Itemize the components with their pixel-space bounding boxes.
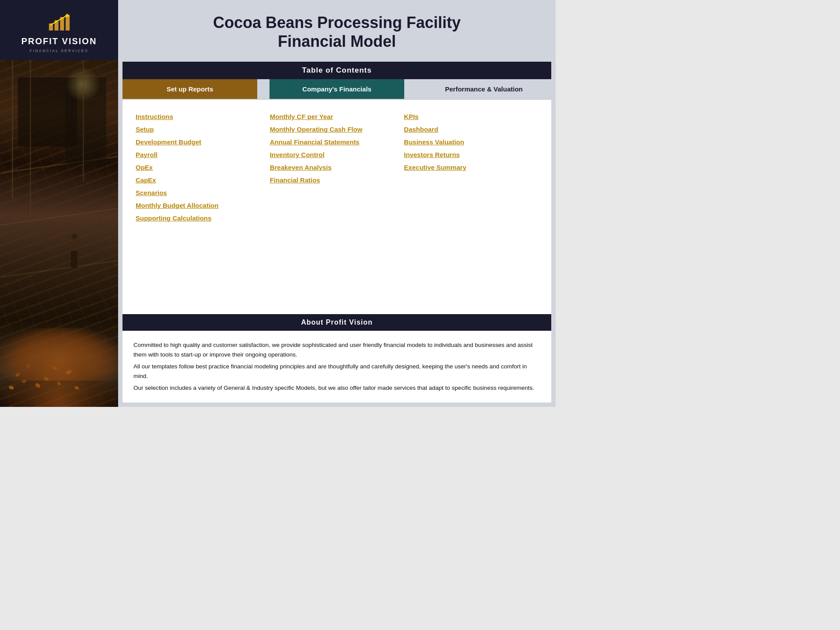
svg-rect-3 bbox=[66, 14, 70, 30]
toc-links: Instructions Setup Development Budget Pa… bbox=[122, 100, 551, 314]
tab-spacer-2 bbox=[404, 79, 416, 99]
link-business-val[interactable]: Business Valuation bbox=[404, 138, 538, 146]
header-section: Cocoa Beans Processing Facility Financia… bbox=[118, 0, 556, 62]
link-financial-ratios[interactable]: Financial Ratios bbox=[270, 176, 404, 184]
about-header: About Profit Vision bbox=[122, 314, 551, 331]
about-p3: Our selection includes a variety of Gene… bbox=[133, 383, 540, 393]
about-p2: All our templates follow best practice f… bbox=[133, 362, 540, 381]
link-scenarios[interactable]: Scenarios bbox=[136, 189, 270, 196]
tab-performance[interactable]: Performance & Valuation bbox=[416, 79, 551, 99]
about-p1: Committed to high quality and customer s… bbox=[133, 340, 540, 359]
brand-name: PROFIT VISION bbox=[21, 36, 97, 46]
link-exec-summary[interactable]: Executive Summary bbox=[404, 164, 538, 171]
logo-icon bbox=[47, 12, 71, 34]
link-inventory[interactable]: Inventory Control bbox=[270, 151, 404, 158]
link-setup[interactable]: Setup bbox=[136, 126, 270, 133]
tab-spacer-1 bbox=[257, 79, 270, 99]
link-monthly-ocf[interactable]: Monthly Operating Cash Flow bbox=[270, 126, 404, 133]
performance-column: KPIs Dashboard Business Valuation Invest… bbox=[404, 113, 538, 305]
link-annual-fs[interactable]: Annual Financial Statements bbox=[270, 138, 404, 146]
main-title: Cocoa Beans Processing Facility Financia… bbox=[136, 13, 538, 51]
link-monthly-cf[interactable]: Monthly CF per Year bbox=[270, 113, 404, 120]
link-instructions[interactable]: Instructions bbox=[136, 113, 270, 120]
link-dashboard[interactable]: Dashboard bbox=[404, 126, 538, 133]
link-payroll[interactable]: Payroll bbox=[136, 151, 270, 158]
toc-section: Table of Contents Set up Reports Company… bbox=[122, 62, 551, 314]
link-investors-returns[interactable]: Investors Returns bbox=[404, 151, 538, 158]
about-body: Committed to high quality and customer s… bbox=[122, 331, 551, 402]
factory-image bbox=[0, 60, 118, 407]
tab-company[interactable]: Company's Financials bbox=[270, 79, 404, 99]
brand-sub: FINANCIAL SERVICES bbox=[21, 49, 97, 53]
link-capex[interactable]: CapEx bbox=[136, 176, 270, 184]
tab-setup[interactable]: Set up Reports bbox=[122, 79, 257, 99]
link-opex[interactable]: OpEx bbox=[136, 164, 270, 171]
link-breakeven[interactable]: Breakeven Analysis bbox=[270, 164, 404, 171]
logo-area: PROFIT VISION FINANCIAL SERVICES bbox=[13, 0, 106, 60]
link-monthly-budget[interactable]: Monthly Budget Allocation bbox=[136, 202, 270, 209]
company-column: Monthly CF per Year Monthly Operating Ca… bbox=[270, 113, 404, 305]
link-dev-budget[interactable]: Development Budget bbox=[136, 138, 270, 146]
sidebar: PROFIT VISION FINANCIAL SERVICES bbox=[0, 0, 118, 407]
link-supporting-calc[interactable]: Supporting Calculations bbox=[136, 214, 270, 222]
setup-column: Instructions Setup Development Budget Pa… bbox=[136, 113, 270, 305]
link-kpis[interactable]: KPIs bbox=[404, 113, 538, 120]
toc-tabs: Set up Reports Company's Financials Perf… bbox=[122, 79, 551, 100]
main-content: Cocoa Beans Processing Facility Financia… bbox=[118, 0, 556, 407]
toc-header: Table of Contents bbox=[122, 62, 551, 79]
